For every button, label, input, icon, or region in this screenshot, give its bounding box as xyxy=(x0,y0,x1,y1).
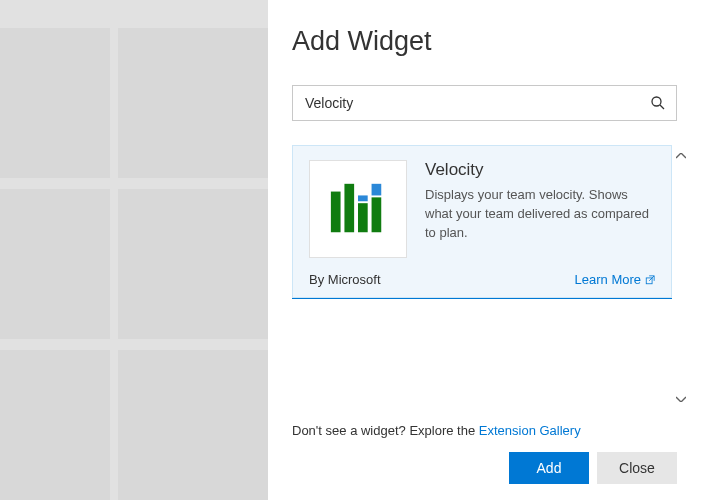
grid-tile xyxy=(118,189,268,339)
widget-publisher: By Microsoft xyxy=(309,272,381,287)
extension-gallery-link[interactable]: Extension Gallery xyxy=(479,423,581,438)
grid-tile xyxy=(0,350,110,500)
publisher-prefix: By xyxy=(309,272,328,287)
velocity-chart-icon xyxy=(327,178,389,240)
search-icon xyxy=(650,95,666,111)
search-input[interactable] xyxy=(305,95,650,111)
svg-rect-3 xyxy=(344,184,354,232)
widget-list: Velocity Displays your team velocity. Sh… xyxy=(292,145,672,409)
scroll-down-icon[interactable] xyxy=(672,390,689,407)
dashboard-grid-background xyxy=(0,0,268,500)
external-link-icon xyxy=(645,275,655,285)
svg-rect-2 xyxy=(331,192,341,233)
add-button[interactable]: Add xyxy=(509,452,589,484)
scroll-up-icon[interactable] xyxy=(672,147,689,164)
svg-rect-7 xyxy=(372,184,382,196)
widget-description: Displays your team velocity. Shows what … xyxy=(425,186,655,243)
svg-rect-6 xyxy=(372,197,382,232)
widget-thumbnail xyxy=(309,160,407,258)
svg-line-1 xyxy=(660,105,664,109)
footer-hint: Don't see a widget? Explore the Extensio… xyxy=(292,423,677,438)
panel-footer: Don't see a widget? Explore the Extensio… xyxy=(268,409,701,500)
search-container xyxy=(292,85,677,121)
results-area: Velocity Displays your team velocity. Sh… xyxy=(292,145,689,409)
learn-more-link[interactable]: Learn More xyxy=(575,272,655,287)
widget-card-velocity[interactable]: Velocity Displays your team velocity. Sh… xyxy=(292,145,672,298)
svg-rect-4 xyxy=(358,203,368,232)
widget-title: Velocity xyxy=(425,160,655,180)
grid-tile xyxy=(118,28,268,178)
grid-tile xyxy=(118,350,268,500)
add-widget-dialog: Add Widget xyxy=(0,0,701,500)
grid-tile xyxy=(0,189,110,339)
selection-underline xyxy=(292,298,672,299)
learn-more-label: Learn More xyxy=(575,272,641,287)
publisher-name: Microsoft xyxy=(328,272,381,287)
close-button[interactable]: Close xyxy=(597,452,677,484)
hint-text: Don't see a widget? Explore the xyxy=(292,423,479,438)
grid-tile xyxy=(0,28,110,178)
search-box[interactable] xyxy=(292,85,677,121)
panel-title: Add Widget xyxy=(268,0,701,57)
svg-rect-5 xyxy=(358,195,368,201)
footer-buttons: Add Close xyxy=(292,452,677,484)
scrollbar[interactable] xyxy=(672,145,689,409)
add-widget-panel: Add Widget xyxy=(268,0,701,500)
svg-point-0 xyxy=(652,97,661,106)
